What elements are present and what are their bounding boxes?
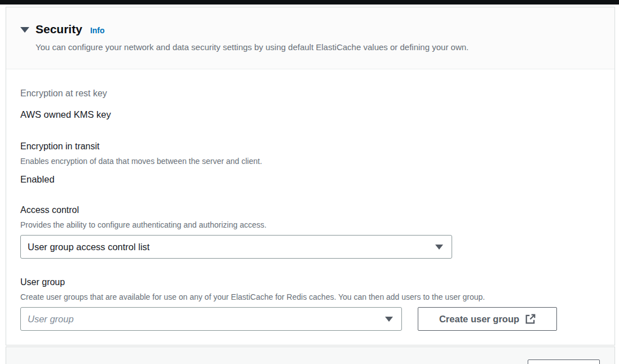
page-viewport: Security Info You can configure your net… xyxy=(0,0,619,364)
access-control-selected-value: User group access control list xyxy=(28,242,149,252)
security-section-body: Encryption at rest key AWS owned KMS key… xyxy=(6,69,614,331)
encryption-in-transit-field: Encryption in transit Enables encryption… xyxy=(20,141,600,185)
create-user-group-button[interactable]: Create user group xyxy=(418,307,557,331)
info-link[interactable]: Info xyxy=(90,26,105,35)
encryption-in-transit-label: Encryption in transit xyxy=(20,141,600,152)
user-group-placeholder: User group xyxy=(28,314,74,325)
user-group-description: Create user groups that are available fo… xyxy=(20,291,600,303)
collapse-triangle-icon[interactable] xyxy=(20,27,29,33)
create-user-group-button-label: Create user group xyxy=(439,314,519,325)
next-section-header[interactable]: Selected security groups xyxy=(20,361,600,364)
console-top-bar xyxy=(0,0,619,5)
security-title-row: Security Info xyxy=(20,21,600,37)
next-section-action-button[interactable] xyxy=(528,359,600,364)
encryption-in-transit-value: Enabled xyxy=(20,173,600,185)
access-control-select[interactable]: User group access control list xyxy=(20,235,452,259)
user-group-row: User group Create user group xyxy=(20,307,600,331)
section-title: Security xyxy=(36,21,82,37)
encryption-at-rest-label: Encryption at rest key xyxy=(20,88,600,99)
user-group-select[interactable]: User group xyxy=(20,307,402,331)
encryption-at-rest-value: AWS owned KMS key xyxy=(20,108,600,121)
user-group-field: User group Create user groups that are a… xyxy=(20,277,600,331)
section-description: You can configure your network and data … xyxy=(36,42,600,53)
next-section-card: Selected security groups xyxy=(6,347,615,364)
encryption-in-transit-description: Enables encryption of data that moves be… xyxy=(20,156,600,167)
chevron-down-icon xyxy=(385,317,393,322)
encryption-at-rest-field: Encryption at rest key AWS owned KMS key xyxy=(20,88,600,121)
user-group-label: User group xyxy=(20,277,600,288)
access-control-label: Access control xyxy=(20,205,600,216)
security-section-card: Security Info You can configure your net… xyxy=(6,7,615,345)
external-link-icon xyxy=(525,314,536,324)
security-section-header[interactable]: Security Info You can configure your net… xyxy=(6,7,614,69)
access-control-field: Access control Provides the ability to c… xyxy=(20,205,600,259)
access-control-description: Provides the ability to configure authen… xyxy=(20,219,600,230)
chevron-down-icon xyxy=(435,245,443,250)
next-section-title: Selected security groups xyxy=(36,361,176,364)
